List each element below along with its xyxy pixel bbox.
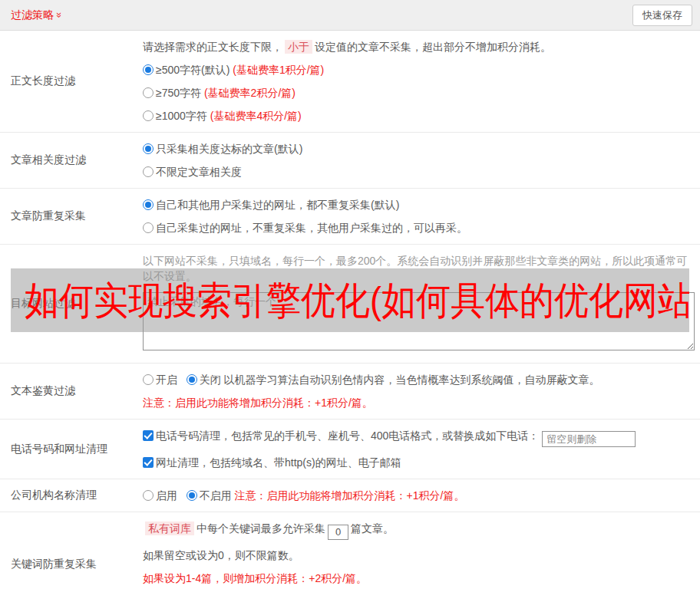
- option-company-enable[interactable]: 启用: [143, 489, 177, 502]
- page-title: 过滤策略: [11, 8, 54, 22]
- row-label-porn-filter: 文本鉴黄过滤: [0, 372, 143, 410]
- spacer: [180, 489, 183, 502]
- row-content: 开启 关闭 以机器学习算法自动识别色情内容，当色情概率达到系统阈值，自动屏蔽文章…: [143, 372, 700, 410]
- option-length-1000[interactable]: ≥1000字符 (基础费率4积分/篇): [143, 108, 695, 123]
- option-cost-note: (基础费率2积分/篇): [204, 87, 296, 99]
- row-content: 私有词库中每个关键词最多允许采集篇文章。 如果留空或设为0，则不限篇数。 如果设…: [143, 521, 700, 589]
- checkbox-checked-icon[interactable]: [143, 457, 154, 468]
- watermark-text: 如何实现搜索引擎优化(如何具体的优化网站: [11, 268, 622, 332]
- row-content-length-filter: 正文长度过滤 请选择需求的正文长度下限，小于设定值的文章不采集，超出部分不增加积…: [0, 31, 700, 133]
- row-porn-filter: 文本鉴黄过滤 开启 关闭 以机器学习算法自动识别色情内容，当色情概率达到系统阈值…: [0, 364, 700, 420]
- company-clean-options: 启用 不启用 注意：启用此功能将增加积分消耗：+1积分/篇。: [143, 488, 695, 503]
- radio-button-icon[interactable]: [143, 199, 154, 210]
- option-label: 自己和其他用户采集过的网址，都不重复采集(默认): [156, 199, 399, 211]
- option-relevance-any[interactable]: 不限定文章相关度: [143, 164, 695, 179]
- radio-button-icon[interactable]: [187, 490, 197, 501]
- url-clean-option[interactable]: 网址清理，包括纯域名、带http(s)的网址、电子邮箱: [143, 455, 695, 470]
- phone-clean-label: 电话号码清理，包括常见的手机号、座机号、400电话格式，或替换成如下电话：: [156, 429, 539, 442]
- keyword-limit-line: 私有词库中每个关键词最多允许采集篇文章。: [143, 521, 695, 540]
- radio-button-icon[interactable]: [143, 64, 154, 75]
- option-label: ≥750字符: [156, 87, 201, 99]
- spacer: [180, 373, 183, 386]
- option-length-750[interactable]: ≥750字符 (基础费率2积分/篇): [143, 85, 695, 100]
- row-label-keyword-dedup: 关键词防重复采集: [0, 521, 143, 589]
- option-dedup-global[interactable]: 自己和其他用户采集过的网址，都不重复采集(默认): [143, 197, 695, 212]
- less-than-badge: 小于: [285, 40, 312, 54]
- porn-filter-description: 以机器学习算法自动识别色情内容，当色情概率达到系统阈值，自动屏蔽文章。: [224, 373, 600, 386]
- option-label: 启用: [156, 489, 177, 502]
- option-label: 自己采集过的网址，不重复采集，其他用户采集过的，可以再采。: [156, 222, 467, 234]
- row-company-clean: 公司机构名称清理 启用 不启用 注意：启用此功能将增加积分消耗：+1积分/篇。: [0, 479, 700, 512]
- row-dedup-filter: 文章防重复采集 自己和其他用户采集过的网址，都不重复采集(默认) 自己采集过的网…: [0, 189, 700, 245]
- option-label: 不启用: [200, 489, 232, 502]
- checkbox-checked-icon[interactable]: [143, 430, 154, 441]
- option-label: 关闭: [200, 373, 221, 386]
- filter-strategy-page: 过滤策略 » 快速保存 正文长度过滤 请选择需求的正文长度下限，小于设定值的文章…: [0, 0, 700, 589]
- private-lexicon-badge: 私有词库: [145, 522, 194, 535]
- header-bar: 过滤策略 » 快速保存: [0, 0, 700, 31]
- row-content: 电话号码清理，包括常见的手机号、座机号、400电话格式，或替换成如下电话： 网址…: [143, 428, 700, 470]
- watermark-overlay: 如何实现搜索引擎优化(如何具体的优化网站: [11, 268, 689, 332]
- row-content: 启用 不启用 注意：启用此功能将增加积分消耗：+1积分/篇。: [143, 488, 700, 503]
- chevron-down-icon: »: [54, 12, 64, 18]
- radio-button-icon[interactable]: [143, 374, 154, 385]
- row-content: 只采集相关度达标的文章(默认) 不限定文章相关度: [143, 141, 700, 179]
- option-cost-note: (基础费率1积分/篇): [233, 64, 324, 76]
- quick-save-button[interactable]: 快速保存: [632, 5, 692, 26]
- phone-clean-option[interactable]: 电话号码清理，包括常见的手机号、座机号、400电话格式，或替换成如下电话：: [143, 428, 695, 447]
- row-label-relevance: 文章相关度过滤: [0, 141, 143, 179]
- row-phone-url-clean: 电话号码和网址清理 电话号码清理，包括常见的手机号、座机号、400电话格式，或替…: [0, 420, 700, 479]
- radio-button-icon[interactable]: [143, 490, 154, 501]
- radio-button-icon[interactable]: [143, 222, 154, 233]
- option-porn-on[interactable]: 开启: [143, 373, 177, 386]
- row-label-dedup: 文章防重复采集: [0, 197, 143, 235]
- url-clean-label: 网址清理，包括纯域名、带http(s)的网址、电子邮箱: [156, 456, 401, 469]
- porn-filter-options: 开启 关闭 以机器学习算法自动识别色情内容，当色情概率达到系统阈值，自动屏蔽文章…: [143, 372, 695, 387]
- option-company-disable[interactable]: 不启用: [187, 489, 232, 502]
- length-intro-text: 请选择需求的正文长度下限，小于设定值的文章不采集，超出部分不增加积分消耗。: [143, 39, 695, 54]
- row-content: 自己和其他用户采集过的网址，都不重复采集(默认) 自己采集过的网址，不重复采集，…: [143, 197, 700, 235]
- row-label-phone-url: 电话号码和网址清理: [0, 428, 143, 470]
- radio-button-icon[interactable]: [143, 143, 154, 154]
- row-content: 请选择需求的正文长度下限，小于设定值的文章不采集，超出部分不增加积分消耗。 ≥5…: [143, 39, 700, 123]
- option-label: ≥1000字符: [156, 110, 207, 122]
- porn-filter-cost-note: 注意：启用此功能将增加积分消耗：+1积分/篇。: [143, 395, 695, 410]
- row-keyword-dedup: 关键词防重复采集 私有词库中每个关键词最多允许采集篇文章。 如果留空或设为0，则…: [0, 512, 700, 589]
- option-length-500[interactable]: ≥500字符(默认) (基础费率1积分/篇): [143, 62, 695, 77]
- option-label: 开启: [156, 373, 177, 386]
- option-label: ≥500字符(默认): [156, 64, 229, 76]
- option-label: 不限定文章相关度: [156, 166, 242, 178]
- row-relevance-filter: 文章相关度过滤 只采集相关度达标的文章(默认) 不限定文章相关度: [0, 133, 700, 189]
- option-label: 只采集相关度达标的文章(默认): [156, 143, 302, 155]
- keyword-note-cost: 如果设为1-4篇，则增加积分消耗：+2积分/篇。: [143, 571, 695, 586]
- keyword-limit-input[interactable]: [328, 525, 348, 540]
- radio-button-icon[interactable]: [143, 87, 154, 98]
- row-label-company-clean: 公司机构名称清理: [0, 488, 143, 503]
- section-toggle-filter-strategy[interactable]: 过滤策略 »: [11, 8, 62, 22]
- option-cost-note: (基础费率4积分/篇): [210, 110, 302, 122]
- option-porn-off[interactable]: 关闭: [187, 373, 221, 386]
- keyword-note-unlimited: 如果留空或设为0，则不限篇数。: [143, 548, 695, 563]
- company-clean-cost-note: 注意：启用此功能将增加积分消耗：+1积分/篇。: [235, 489, 465, 502]
- radio-button-icon[interactable]: [143, 110, 154, 121]
- radio-button-icon[interactable]: [187, 374, 197, 385]
- option-relevance-strict[interactable]: 只采集相关度达标的文章(默认): [143, 141, 695, 156]
- replacement-phone-input[interactable]: [542, 431, 636, 447]
- radio-button-icon[interactable]: [143, 166, 154, 177]
- row-label-content-length: 正文长度过滤: [0, 39, 143, 123]
- option-dedup-self-only[interactable]: 自己采集过的网址，不重复采集，其他用户采集过的，可以再采。: [143, 220, 695, 235]
